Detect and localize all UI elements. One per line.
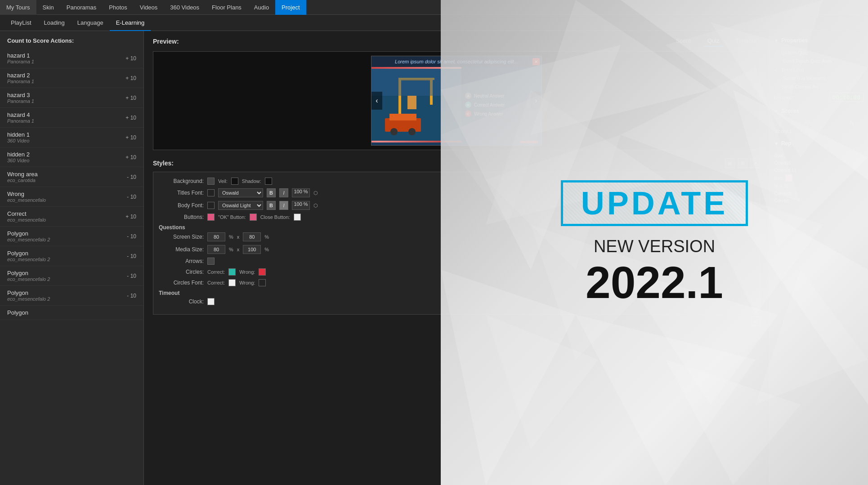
list-item[interactable]: Polygon eco_mesencefalo 2 - 10 [0,227,143,246]
screen-size-label: Screen Size: [159,234,204,240]
nav-project[interactable]: Project [275,0,306,15]
background-row: Background: Veil: Shadow: [159,178,754,185]
item-name: hidden 1 [7,131,30,138]
nav-audio[interactable]: Audio [248,0,275,15]
list-item[interactable]: Polygon [0,306,143,320]
nav-floorplans[interactable]: Floor Plans [206,0,248,15]
nav-skin[interactable]: Skin [36,0,60,15]
item-name: Wrong [7,191,46,197]
body-font-select[interactable]: Oswald Light [218,201,263,210]
background-color-swatch[interactable] [207,178,215,185]
partial-button-swatch[interactable] [785,174,792,182]
circles-font-wrong-swatch[interactable] [259,279,266,286]
tab-quiz[interactable]: Quiz [704,36,723,47]
media-size-w-input[interactable] [207,245,225,254]
item-name: Polygon [7,250,50,257]
item-score: - 10 [127,174,136,180]
titles-font-select[interactable]: Oswald [218,188,263,197]
body-font-row: Body Font: Oswald Light B I 100 % ⬡ [159,201,754,210]
item-score: - 10 [127,293,136,299]
titles-bold-button[interactable]: B [267,188,276,197]
circles-wrong-swatch[interactable] [259,268,266,276]
screen-size-h-input[interactable] [243,232,261,241]
list-item[interactable]: Correct eco_mesencefalo + 10 [0,207,143,227]
tab-timeout[interactable]: Timeout [732,36,760,47]
list-item[interactable]: hidden 1 360 Video + 10 [0,128,143,147]
styles-list-icon[interactable]: ☰ [738,158,747,168]
close-button-label: Close Button: [260,214,290,220]
styles-grid-icon[interactable]: ⊞ [725,158,735,168]
shadow-color-swatch[interactable] [265,178,272,185]
show-correct-label: Show Correct An [781,84,864,89]
body-bold-button[interactable]: B [267,201,276,210]
list-item[interactable]: Wrong area eco_carotida - 10 [0,167,143,187]
body-font-color-swatch[interactable] [207,202,215,209]
partial-window: dow: [774,153,864,158]
titles-italic-button[interactable]: I [279,188,288,197]
clock-color-swatch[interactable] [207,298,215,305]
body-percent-stepper[interactable]: ⬡ [313,203,318,209]
nav-photos[interactable]: Photos [103,0,133,15]
answer-text-a: Neutral Answer [474,93,505,98]
scroll-corner[interactable]: ↙ [751,316,760,325]
duration-value[interactable]: 00:10:00 [829,93,864,102]
preview-prev-button[interactable]: ‹ [371,92,382,110]
answer-neutral: A Neutral Answer [465,93,538,99]
list-item[interactable]: hazard 1 Panorama 1 + 10 [0,49,143,68]
nav-videos[interactable]: Videos [134,0,164,15]
list-item[interactable]: hidden 2 360 Video + 10 [0,147,143,167]
list-item[interactable]: hazard 3 Panorama 1 + 10 [0,88,143,108]
nav-panoramas[interactable]: Panoramas [60,0,103,15]
tab-score[interactable]: Score [672,36,695,47]
item-sub: 360 Video [7,138,30,143]
item-score: + 10 [125,55,136,62]
report-section-header[interactable]: ▼ Rep [770,138,868,149]
nav-360videos[interactable]: 360 Videos [164,0,206,15]
nav-mytours[interactable]: My Tours [0,0,36,15]
subnav-loading[interactable]: Loading [38,15,71,31]
titles-percent-stepper[interactable]: ⬡ [313,190,318,196]
report-label: Rep [781,140,792,147]
subnav-elearning[interactable]: E-Learning [110,15,151,31]
svg-rect-10 [371,69,461,96]
dont-finish-label: Don't Finish Quiz Auto [783,58,864,64]
styles-body: Background: Veil: Shadow: Titles Font: O… [153,172,760,315]
scores-col-id: ID [774,119,840,127]
screen-size-w-input[interactable] [207,232,225,241]
subnav-playlist[interactable]: PlayList [4,15,38,31]
properties-section-header[interactable]: ▼ Properties [770,35,868,46]
list-item[interactable]: Polygon eco_mesencefalo 2 - 10 [0,266,143,286]
veil-color-swatch[interactable] [231,178,238,185]
body-font-label: Body Font: [159,202,204,209]
circles-correct-swatch[interactable] [228,268,236,276]
ok-button-color-swatch[interactable] [250,214,257,221]
score-zero-label: Score 0 is Incorrect [783,76,864,81]
titles-font-color-swatch[interactable] [207,189,215,196]
item-sub: Panorama 1 [7,98,34,104]
styles-export-icon[interactable]: ↗ [750,158,760,168]
body-italic-button[interactable]: I [279,201,288,210]
subnav-language[interactable]: Language [71,15,110,31]
arrows-row: Arrows: [159,258,754,265]
scores-section-header[interactable]: ▼ Scores [770,105,868,117]
item-score: + 10 [125,75,136,81]
list-item[interactable]: Wrong eco_mesencefalo - 10 [0,187,143,207]
circles-row: Circles: Correct: Wrong: [159,268,754,276]
screen-size-row: Screen Size: % x % [159,232,754,241]
media-size-h-input[interactable] [243,245,261,254]
properties-section-body: ✓ Enable Quiz Don't Finish Quiz Auto ✓ T… [770,46,868,105]
preview-header: Preview: Score Quiz Timeout [144,31,769,51]
svg-point-8 [408,128,416,135]
close-button-color-swatch[interactable] [294,214,301,221]
list-item[interactable]: hazard 4 Panorama 1 + 10 [0,108,143,128]
list-item[interactable]: Polygon eco_mesencefalo 2 - 10 [0,286,143,306]
item-name: hazard 4 [7,111,34,118]
buttons-color-swatch[interactable] [207,214,215,221]
preview-close-button[interactable]: ✕ [532,58,540,65]
list-item[interactable]: Polygon eco_mesencefalo 2 - 10 [0,246,143,266]
circles-font-correct-swatch[interactable] [228,279,236,286]
list-item[interactable]: hazard 2 Panorama 1 + 10 [0,68,143,88]
preview-next-button[interactable]: › [531,92,541,110]
preview-label: Preview: [153,38,179,45]
arrows-color-swatch[interactable] [207,258,215,265]
